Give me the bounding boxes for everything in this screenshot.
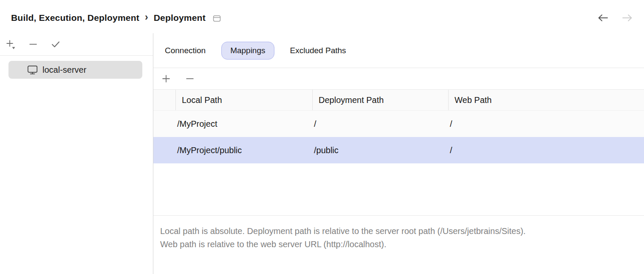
- remove-server-icon[interactable]: [28, 39, 39, 50]
- column-header-web-path[interactable]: Web Path: [448, 90, 644, 110]
- mapping-row[interactable]: /MyProject / /: [153, 111, 644, 137]
- server-icon: [27, 65, 38, 75]
- forward-icon[interactable]: [621, 13, 633, 23]
- add-mapping-icon[interactable]: [161, 73, 172, 84]
- local-path-cell[interactable]: /MyProject: [175, 111, 312, 137]
- local-path-cell[interactable]: /MyProject/public: [175, 137, 312, 163]
- tab-excluded-paths[interactable]: Excluded Paths: [281, 42, 355, 60]
- use-as-default-check-icon[interactable]: [50, 39, 61, 50]
- row-gutter: [153, 137, 175, 163]
- server-list-item[interactable]: local-server: [8, 61, 142, 79]
- tab-mappings[interactable]: Mappings: [221, 42, 274, 60]
- server-name: local-server: [42, 65, 86, 75]
- add-server-icon[interactable]: [5, 39, 16, 50]
- history-nav: [597, 13, 633, 23]
- window-icon[interactable]: [213, 15, 221, 22]
- deployment-path-cell[interactable]: /: [312, 111, 448, 137]
- web-path-cell[interactable]: /: [448, 111, 644, 137]
- chevron-right-icon: ›: [145, 12, 148, 22]
- back-icon[interactable]: [597, 13, 609, 23]
- row-gutter: [153, 111, 175, 137]
- deployment-main-panel: Connection Mappings Excluded Paths: [153, 33, 644, 274]
- tab-bar: Connection Mappings Excluded Paths: [153, 33, 644, 68]
- web-path-cell[interactable]: /: [448, 137, 644, 163]
- gutter-column-header: [153, 90, 175, 110]
- help-line-1: Local path is absolute. Deployment path …: [160, 225, 633, 238]
- tab-connection[interactable]: Connection: [156, 42, 215, 60]
- server-list: local-server: [0, 56, 153, 79]
- help-text: Local path is absolute. Deployment path …: [153, 215, 644, 274]
- breadcrumb-parent[interactable]: Build, Execution, Deployment: [11, 13, 139, 23]
- deployment-path-cell[interactable]: /public: [312, 137, 448, 163]
- table-empty-space: [153, 163, 644, 215]
- column-header-local-path[interactable]: Local Path: [175, 90, 312, 110]
- server-list-toolbar: [0, 33, 153, 56]
- breadcrumb: Build, Execution, Deployment › Deploymen…: [11, 13, 221, 23]
- mapping-row-selected[interactable]: /MyProject/public /public /: [153, 137, 644, 163]
- content-area: local-server Connection Mappings Exclude…: [0, 33, 644, 274]
- help-line-2: Web path is relative to the web server U…: [160, 238, 633, 251]
- mappings-toolbar: [153, 68, 644, 90]
- column-header-deployment-path[interactable]: Deployment Path: [312, 90, 448, 110]
- mappings-table-header: Local Path Deployment Path Web Path: [153, 90, 644, 111]
- settings-header: Build, Execution, Deployment › Deploymen…: [0, 0, 644, 33]
- remove-mapping-icon[interactable]: [184, 73, 195, 84]
- server-sidebar: local-server: [0, 33, 153, 274]
- settings-window: Build, Execution, Deployment › Deploymen…: [0, 0, 644, 274]
- breadcrumb-current: Deployment: [154, 13, 206, 23]
